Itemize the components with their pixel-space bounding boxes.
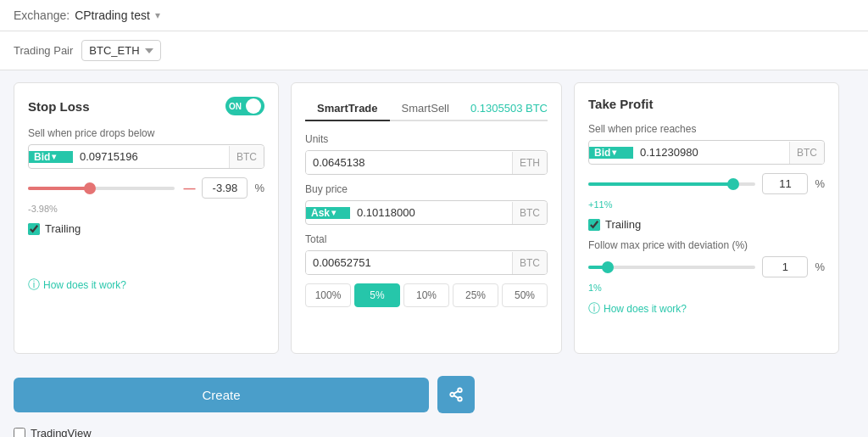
btc-balance: 0.1305503 BTC: [470, 102, 548, 115]
units-unit: ETH: [512, 152, 547, 174]
stop-loss-title: Stop Loss: [28, 99, 90, 114]
stop-loss-slider-hint: -3.98%: [28, 204, 264, 214]
slider-thumb[interactable]: [84, 182, 96, 194]
pct-btn-5[interactable]: 5%: [354, 283, 400, 307]
tab-smarttrade[interactable]: SmartTrade: [305, 97, 390, 121]
pct-btn-10[interactable]: 10%: [403, 283, 449, 307]
buy-price-label: Buy price: [305, 183, 548, 195]
stop-loss-price-row: Bid ▾ BTC: [28, 144, 264, 169]
take-profit-price-input[interactable]: [633, 141, 789, 164]
deviation-slider-track: [588, 266, 755, 269]
stop-loss-header: Stop Loss ON: [28, 97, 264, 115]
stop-loss-toggle[interactable]: ON: [225, 97, 264, 115]
deviation-hint: 1%: [588, 283, 825, 293]
stop-loss-price-input[interactable]: [73, 145, 229, 168]
smart-trade-card: SmartTrade SmartSell 0.1305503 BTC Units…: [291, 82, 562, 354]
stop-loss-help-text: How does it work?: [43, 279, 126, 291]
header-bar: Exchange: CPtrading test ▾: [0, 0, 868, 31]
take-profit-price-row: Bid ▾ BTC: [588, 140, 825, 165]
take-profit-field-label: Sell when price reaches: [588, 123, 825, 135]
take-profit-trailing-checkbox[interactable]: [588, 219, 600, 231]
total-row: BTC: [305, 250, 548, 275]
take-profit-slider[interactable]: [588, 182, 755, 186]
take-profit-trailing-row: Trailing: [588, 218, 825, 231]
tradingview-checkbox[interactable]: [14, 428, 25, 438]
share-button[interactable]: [437, 376, 475, 413]
svg-line-4: [453, 391, 458, 394]
deviation-label: Follow max price with deviation (%): [588, 239, 825, 251]
take-profit-bid-label: Bid: [594, 147, 610, 159]
pct-btn-50[interactable]: 50%: [502, 283, 548, 307]
take-profit-slider-row: %: [588, 173, 825, 194]
trading-pair-select[interactable]: BTC_ETH: [81, 40, 161, 61]
units-input[interactable]: [306, 151, 512, 174]
buy-price-input[interactable]: [350, 201, 512, 224]
svg-line-3: [453, 395, 458, 398]
total-unit: BTC: [512, 252, 547, 274]
exchange-dropdown-icon[interactable]: ▾: [155, 9, 160, 21]
bid-chevron-icon: ▾: [52, 152, 56, 161]
take-profit-pct: %: [815, 177, 825, 190]
deviation-slider[interactable]: [588, 266, 755, 269]
help-circle-icon: ⓘ: [28, 277, 40, 293]
take-profit-help-text: How does it work?: [604, 303, 687, 315]
take-profit-help-link[interactable]: ⓘ How does it work?: [588, 301, 825, 317]
take-profit-card: Take Profit Sell when price reaches Bid …: [574, 82, 839, 354]
stop-loss-trailing-label: Trailing: [45, 222, 81, 235]
take-profit-title: Take Profit: [588, 97, 653, 111]
units-label: Units: [305, 133, 548, 145]
ask-select[interactable]: Ask ▾: [306, 207, 350, 219]
toggle-knob: [246, 98, 261, 114]
ask-chevron-icon: ▾: [331, 208, 336, 217]
take-profit-slider-hint: +11%: [588, 199, 825, 210]
bottom-bar: Create: [0, 366, 868, 423]
stop-loss-card: Stop Loss ON Sell when price drops below…: [14, 82, 279, 354]
tradingview-label: TradingView: [31, 427, 92, 437]
take-profit-slider-fill: [588, 182, 731, 186]
pct-btn-25[interactable]: 25%: [453, 283, 498, 307]
trading-pair-bar: Trading Pair BTC_ETH: [0, 31, 868, 70]
slider-fill: [28, 187, 86, 190]
slider-track: [28, 187, 175, 190]
share-icon: [448, 387, 464, 402]
stop-loss-bid-label: Bid: [34, 151, 50, 163]
create-button[interactable]: Create: [14, 378, 429, 412]
stop-loss-slider-row: — %: [28, 177, 264, 199]
stop-loss-price-unit: BTC: [229, 146, 264, 168]
take-profit-help-icon: ⓘ: [588, 301, 600, 317]
stop-loss-field-label: Sell when price drops below: [28, 127, 264, 139]
main-content: Stop Loss ON Sell when price drops below…: [0, 70, 868, 366]
total-input[interactable]: [306, 251, 512, 274]
take-profit-slider-value[interactable]: [762, 173, 808, 194]
stop-loss-bid-select[interactable]: Bid ▾: [29, 151, 73, 163]
exchange-label: Exchange:: [14, 8, 70, 22]
percent-buttons: 100% 5% 10% 25% 50%: [305, 283, 548, 307]
stop-loss-trailing-checkbox[interactable]: [28, 223, 40, 235]
take-profit-bid-select[interactable]: Bid ▾: [589, 147, 633, 159]
deviation-slider-value[interactable]: [762, 256, 808, 277]
tab-smartsell[interactable]: SmartSell: [390, 97, 461, 121]
take-profit-slider-track: [588, 182, 755, 186]
exchange-value: CPtrading test: [75, 8, 150, 22]
take-profit-header: Take Profit: [588, 97, 825, 111]
take-profit-trailing-label: Trailing: [605, 218, 641, 231]
slider-minus-icon: —: [183, 182, 195, 195]
deviation-pct: %: [815, 261, 825, 273]
buy-price-unit: BTC: [512, 202, 547, 224]
pct-btn-100[interactable]: 100%: [305, 283, 351, 307]
stop-loss-pct: %: [254, 182, 264, 194]
buy-price-row: Ask ▾ BTC: [305, 200, 548, 225]
stop-loss-slider[interactable]: [28, 187, 175, 190]
smart-trade-tabs: SmartTrade SmartSell 0.1305503 BTC: [305, 97, 548, 121]
take-profit-bid-chevron-icon: ▾: [612, 148, 616, 157]
tradingview-row: TradingView: [0, 423, 868, 437]
units-row: ETH: [305, 150, 548, 175]
ask-label: Ask: [311, 207, 330, 219]
toggle-on-label: ON: [229, 102, 242, 111]
trading-pair-label: Trading Pair: [14, 44, 73, 57]
take-profit-price-unit: BTC: [789, 142, 824, 164]
stop-loss-slider-value[interactable]: [202, 177, 248, 199]
stop-loss-help-link[interactable]: ⓘ How does it work?: [28, 277, 264, 293]
deviation-slider-thumb[interactable]: [602, 261, 614, 273]
take-profit-slider-thumb[interactable]: [727, 178, 739, 190]
